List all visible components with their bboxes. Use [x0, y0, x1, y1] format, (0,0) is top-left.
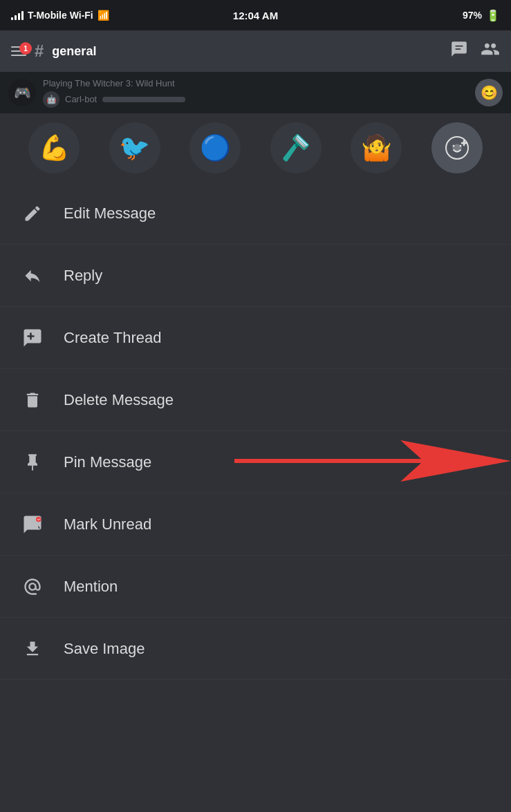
add-emoji-button[interactable]: [431, 122, 483, 173]
nav-icons: [450, 39, 500, 63]
preview-avatar-1: 🎮: [8, 79, 36, 106]
preview-avatar-3: 😊: [475, 79, 503, 106]
emoji-duck[interactable]: 🐦: [109, 122, 160, 173]
save-image-label: Save Image: [64, 640, 145, 658]
pencil-icon: [21, 204, 44, 223]
reply-label: Reply: [64, 267, 102, 285]
mark-unread-icon: [21, 514, 44, 535]
pin-icon: [21, 453, 44, 472]
signal-bar-4: [21, 11, 24, 20]
add-emoji-icon: [445, 135, 470, 160]
create-thread-icon: [21, 328, 44, 348]
wifi-icon: 📶: [97, 10, 109, 21]
emoji-muscle[interactable]: 💪: [28, 122, 80, 173]
preview-avatar-2: 🤖: [43, 91, 59, 108]
save-image-icon: [21, 639, 44, 659]
create-thread-label: Create Thread: [64, 329, 161, 347]
edit-message-label: Edit Message: [64, 205, 156, 223]
menu-item-pin-message[interactable]: Pin Message: [0, 431, 511, 493]
red-arrow-overlay: [234, 437, 511, 488]
context-menu: Edit Message Reply Create Thread Delete …: [0, 182, 511, 680]
signal-bars: [11, 10, 24, 20]
battery-icon: 🔋: [486, 9, 500, 22]
emoji-reaction-row: 💪 🐦 🔵 🪒 🤷: [0, 113, 511, 182]
menu-item-save-image[interactable]: Save Image: [0, 618, 511, 680]
status-bar: T-Mobile Wi-Fi 📶 12:04 AM 97% 🔋: [0, 0, 511, 30]
svg-marker-7: [234, 440, 511, 482]
svg-point-4: [459, 145, 461, 147]
status-bar-left: T-Mobile Wi-Fi 📶: [11, 10, 109, 21]
menu-item-mark-unread[interactable]: Mark Unread: [0, 493, 511, 556]
channel-hash-icon: #: [35, 41, 44, 61]
menu-item-edit-message[interactable]: Edit Message: [0, 182, 511, 245]
carrier-label: T-Mobile Wi-Fi: [28, 10, 93, 21]
preview-bot-name: Carl-bot: [65, 94, 97, 104]
menu-item-create-thread[interactable]: Create Thread: [0, 307, 511, 369]
thread-nav-icon[interactable]: [450, 40, 468, 62]
nav-bar: 1 # general: [0, 30, 511, 72]
emoji-razor[interactable]: 🪒: [270, 122, 322, 173]
status-bar-right: 97% 🔋: [463, 9, 500, 22]
trash-icon: [21, 390, 44, 410]
emoji-blue-circle[interactable]: 🔵: [189, 122, 241, 173]
menu-item-reply[interactable]: Reply: [0, 245, 511, 307]
delete-message-label: Delete Message: [64, 391, 174, 409]
reply-icon: [21, 266, 44, 285]
svg-point-8: [36, 516, 41, 522]
notification-badge: 1: [19, 42, 32, 55]
members-icon[interactable]: [481, 39, 500, 63]
hamburger-line-3: [11, 55, 26, 56]
status-time: 12:04 AM: [233, 10, 278, 21]
preview-content: Playing The Witcher 3: Wild Hunt 🤖 Carl-…: [43, 78, 468, 108]
preview-game-title: Playing The Witcher 3: Wild Hunt: [43, 78, 468, 88]
pin-message-label: Pin Message: [64, 453, 151, 471]
svg-point-3: [452, 145, 454, 147]
battery-percent: 97%: [463, 10, 482, 21]
signal-bar-1: [11, 17, 13, 20]
emoji-shrug[interactable]: 🤷: [351, 122, 402, 173]
hamburger-container[interactable]: 1: [11, 46, 26, 56]
channel-name: general: [52, 44, 442, 59]
mark-unread-label: Mark Unread: [64, 516, 151, 534]
preview-bar: [102, 97, 185, 102]
menu-item-mention[interactable]: Mention: [0, 556, 511, 618]
mention-icon: [21, 577, 44, 596]
signal-bar-3: [18, 13, 20, 20]
channel-preview-strip: 🎮 Playing The Witcher 3: Wild Hunt 🤖 Car…: [0, 72, 511, 113]
signal-bar-2: [15, 15, 17, 20]
menu-item-delete-message[interactable]: Delete Message: [0, 369, 511, 431]
mention-label: Mention: [64, 578, 118, 596]
